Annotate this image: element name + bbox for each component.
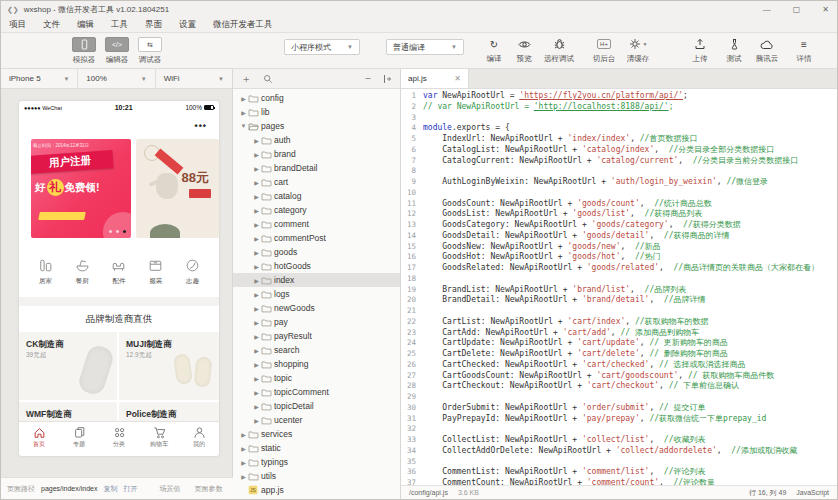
action-test[interactable]: 测试 <box>717 37 751 64</box>
menu-item-工具[interactable]: 工具 <box>111 19 128 31</box>
collapse-all-icon[interactable] <box>383 74 392 84</box>
network-select[interactable]: WiFi▼ <box>156 69 232 88</box>
brand-card-CK制造商[interactable]: CK制造商39元起 <box>19 332 117 400</box>
cat-sofa <box>101 257 138 274</box>
tree-item-catalog[interactable]: ▶catalog <box>233 189 400 203</box>
tree-item-brandDetail[interactable]: ▶brandDetail <box>233 161 400 175</box>
action-remote-debug[interactable]: 远程调试 <box>542 37 576 64</box>
tree-item-goods[interactable]: ▶goods <box>233 245 400 259</box>
minimize-panel-icon[interactable]: − <box>365 73 371 84</box>
tree-item-config[interactable]: ▶config <box>233 91 400 105</box>
minimize-button[interactable]: — <box>763 5 771 14</box>
tree-item-shopping[interactable]: ▶shopping <box>233 357 400 371</box>
more-menu-icon[interactable]: ••• <box>195 121 207 131</box>
tree-item-label: payResult <box>274 331 312 341</box>
menu-item-编辑[interactable]: 编辑 <box>77 19 94 31</box>
tree-item-utils[interactable]: ▶utils <box>233 469 400 483</box>
code-editor[interactable]: 1var NewApiRootUrl = 'https://fly2you.cn… <box>401 91 837 485</box>
page-path-label: 页面路径 <box>7 484 35 494</box>
tree-item-pages[interactable]: ▼pages <box>233 119 400 133</box>
close-button[interactable]: ✕ <box>822 5 829 14</box>
tree-item-newGoods[interactable]: ▶newGoods <box>233 301 400 315</box>
category-配件[interactable]: 配件 <box>101 251 138 297</box>
chevron-right-icon: ▶ <box>239 109 248 116</box>
category-服装[interactable]: 服装 <box>137 251 174 297</box>
tree-item-ucenter[interactable]: ▶ucenter <box>233 413 400 427</box>
code-line: 20 BrandDetail: NewApiRootUrl + 'brand/d… <box>401 295 837 306</box>
toggle-simulator[interactable]: 模拟器 <box>71 37 97 65</box>
window-title: wxshop - 微信开发者工具 v1.02.1804251 <box>24 4 169 15</box>
device-select[interactable]: iPhone 5▼ <box>1 69 78 88</box>
tree-item-topic[interactable]: ▶topic <box>233 371 400 385</box>
tree-item-search[interactable]: ▶search <box>233 343 400 357</box>
tree-item-index[interactable]: ▶index <box>233 273 400 287</box>
toggle-debugger[interactable]: ⇆调试器 <box>137 37 163 65</box>
action-details[interactable]: ≡详情 <box>787 37 821 64</box>
mode-dropdown[interactable]: 小程序模式▼ <box>284 39 360 55</box>
action-upload[interactable]: 上传 <box>683 37 717 64</box>
tree-item-hotGoods[interactable]: ▶hotGoods <box>233 259 400 273</box>
menu-item-文件[interactable]: 文件 <box>43 19 60 31</box>
brand-card-WMF制造商[interactable]: WMF制造商 <box>19 402 117 421</box>
line-number: 15 <box>401 242 423 253</box>
page-params-label[interactable]: 页面参数 <box>194 484 222 494</box>
category-餐厨[interactable]: 餐厨 <box>64 251 101 297</box>
tree-item-brand[interactable]: ▶brand <box>233 147 400 161</box>
brand-name: WMF制造商 <box>26 409 72 421</box>
tree-item-commentPost[interactable]: ▶commentPost <box>233 231 400 245</box>
category-居家[interactable]: 居家 <box>27 251 64 297</box>
category-志趣[interactable]: 志趣 <box>174 251 211 297</box>
menu-item-项目[interactable]: 项目 <box>9 19 26 31</box>
brand-card-Police制造商[interactable]: Police制造商 <box>119 402 219 421</box>
brand-card-MUJI制造商[interactable]: MUJI制造商12.9元起 <box>119 332 219 400</box>
tree-item-topicComment[interactable]: ▶topicComment <box>233 385 400 399</box>
banner-sale[interactable]: 88元 <box>136 139 219 238</box>
tree-item-auth[interactable]: ▶auth <box>233 133 400 147</box>
tree-item-pay[interactable]: ▶pay <box>233 315 400 329</box>
copy-link[interactable]: 复制 <box>103 484 117 494</box>
menu-item-微信开发者工具[interactable]: 微信开发者工具 <box>213 19 273 31</box>
maximize-button[interactable]: ▢ <box>793 5 801 14</box>
tree-item-cart[interactable]: ▶cart <box>233 175 400 189</box>
tree-item-category[interactable]: ▶category <box>233 203 400 217</box>
tab-首页[interactable]: 首页 <box>19 422 59 456</box>
tree-item-app.js[interactable]: JSapp.js <box>233 483 400 497</box>
language-mode[interactable]: JavaScript <box>796 489 829 496</box>
tree-item-comment[interactable]: ▶comment <box>233 217 400 231</box>
banner-carousel[interactable]: 截止时间：2014年12月31日 用户注册 好 礼 免费领! 88元 <box>31 139 219 238</box>
tree-item-static[interactable]: ▶static <box>233 441 400 455</box>
tab-专题[interactable]: 专题 <box>59 422 99 456</box>
banner-register[interactable]: 截止时间：2014年12月31日 用户注册 好 礼 免费领! <box>31 139 131 238</box>
tree-item-payResult[interactable]: ▶payResult <box>233 329 400 343</box>
tab-api-js[interactable]: api.js ✕ <box>401 69 469 88</box>
zoom-select[interactable]: 100%▼ <box>78 69 155 88</box>
toggle-editor[interactable]: </>编辑器 <box>104 37 130 65</box>
tab-购物车[interactable]: 购物车 <box>139 422 179 456</box>
tree-item-label: cart <box>274 177 288 187</box>
search-icon[interactable] <box>263 74 273 84</box>
tree-item-logs[interactable]: ▶logs <box>233 287 400 301</box>
upload-icon <box>683 37 717 51</box>
tree-item-topicDetail[interactable]: ▶topicDetail <box>233 399 400 413</box>
open-link[interactable]: 打开 <box>123 484 137 494</box>
action-clear-cache[interactable]: ▼清缓存 <box>621 37 655 64</box>
add-file-icon[interactable]: ＋ <box>241 72 251 86</box>
close-tab-icon[interactable]: ✕ <box>454 74 461 83</box>
menu-item-设置[interactable]: 设置 <box>179 19 196 31</box>
line-content: // var NewApiRootUrl = 'http://localhost… <box>423 102 673 113</box>
action-tencent-cloud[interactable]: 腾讯云 <box>750 37 784 64</box>
buy-button[interactable] <box>189 189 211 198</box>
line-content: GoodsDetail: NewApiRootUrl + 'goods/deta… <box>423 231 729 242</box>
tab-我的[interactable]: 我的 <box>179 422 219 456</box>
tree-item-services[interactable]: ▶services <box>233 427 400 441</box>
menu-item-界面[interactable]: 界面 <box>145 19 162 31</box>
tab-分类[interactable]: 分类 <box>99 422 139 456</box>
scene-value-label[interactable]: 场景值 <box>159 484 180 494</box>
compile-mode-dropdown[interactable]: 普通编译▼ <box>386 39 464 55</box>
action-switch-background[interactable]: H+切后台 <box>587 37 621 64</box>
line-number: 5 <box>401 134 423 145</box>
action-compile[interactable]: ↻编译 <box>477 37 511 64</box>
action-preview[interactable]: 预览 <box>507 37 541 64</box>
tree-item-lib[interactable]: ▶lib <box>233 105 400 119</box>
tree-item-typings[interactable]: ▶typings <box>233 455 400 469</box>
